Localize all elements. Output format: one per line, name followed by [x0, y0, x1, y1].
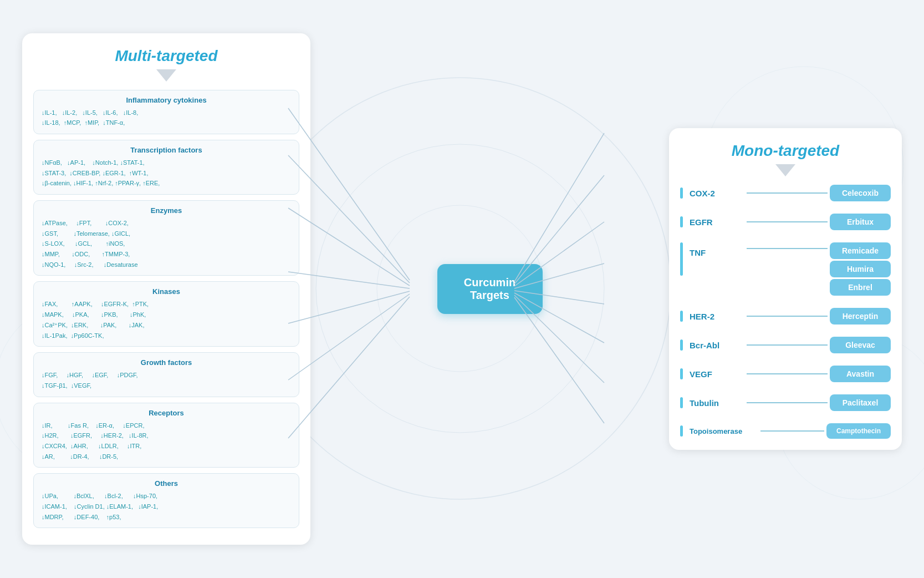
mono-row-cox2: COX-2 Celecoxib: [680, 185, 891, 201]
category-title-inflammatory: Inflammatory cytokines: [42, 96, 291, 104]
connector-tnf: [747, 248, 828, 249]
mono-panel-title: Mono-targeted: [680, 142, 891, 176]
category-content-transcription: ↓NFαB, ↓AP-1, ↓Notch-1, ↓STAT-1, ↓STAT-3…: [42, 158, 291, 189]
drug-tnf-remicade: Remicade: [830, 242, 891, 259]
category-title-kinases: Kinases: [42, 287, 291, 296]
mono-bar-her2: [680, 311, 683, 322]
connector-egfr: [747, 221, 828, 222]
mono-bar-egfr: [680, 216, 683, 227]
mono-row-tubulin: Tubulin Paclitaxel: [680, 394, 891, 411]
category-enzymes: Enzymes ↓ATPase, ↓FPT, ↓COX-2, ↓GST, ↓Te…: [33, 200, 299, 276]
mono-bar-cox2: [680, 187, 683, 199]
connector-topoisomerase: [760, 430, 824, 432]
mono-row-tnf: TNF Remicade Humira Enbrel: [680, 242, 891, 296]
categories-list: Inflammatory cytokines ↓IL-1, ↓IL-2, ↓IL…: [33, 90, 299, 529]
category-title-growth: Growth factors: [42, 358, 291, 367]
connector-her2: [747, 316, 828, 317]
mono-panel: Mono-targeted COX-2 Celecoxib EGFR Erbit…: [669, 128, 902, 450]
target-name-her2: HER-2: [686, 312, 744, 321]
mono-row-topoisomerase: Topoisomerase Camptothecin: [680, 423, 891, 439]
drug-topoisomerase: Camptothecin: [826, 423, 891, 439]
multi-panel-title: Multi-targeted: [33, 47, 299, 82]
multi-panel: Multi-targeted Inflammatory cytokines ↓I…: [22, 33, 310, 545]
category-title-enzymes: Enzymes: [42, 206, 291, 215]
target-name-topoisomerase: Topoisomerase: [686, 427, 758, 435]
mono-row-her2: HER-2 Herceptin: [680, 308, 891, 325]
drug-tnf-humira: Humira: [830, 261, 891, 277]
mono-row-bcrabl: Bcr-Abl Gleevac: [680, 337, 891, 353]
category-content-receptors: ↓IR, ↓Fas R, ↓ER-α, ↓EPCR, ↓H2R, ↓EGFR, …: [42, 420, 291, 462]
target-name-vegf: VEGF: [686, 369, 744, 379]
category-transcription: Transcription factors ↓NFαB, ↓AP-1, ↓Not…: [33, 140, 299, 195]
drug-vegf: Avastin: [830, 366, 891, 382]
connector-cox2: [747, 192, 828, 194]
mono-bar-vegf: [680, 368, 683, 379]
category-others: Others ↓UPa, ↓BclXL, ↓Bcl-2, ↓Hsp-70, ↓I…: [33, 473, 299, 528]
drug-her2: Herceptin: [830, 308, 891, 325]
category-growth: Growth factors ↓FGF, ↓HGF, ↓EGF, ↓PDGF, …: [33, 352, 299, 397]
category-title-transcription: Transcription factors: [42, 146, 291, 154]
drug-bcrabl: Gleevac: [830, 337, 891, 353]
mono-bar-topoisomerase: [680, 425, 683, 437]
mono-row-egfr: EGFR Erbitux: [680, 214, 891, 230]
category-content-enzymes: ↓ATPase, ↓FPT, ↓COX-2, ↓GST, ↓Telomerase…: [42, 218, 291, 270]
connector-bcrabl: [747, 344, 828, 346]
category-title-others: Others: [42, 479, 291, 488]
center-label: Curcumin Targets: [464, 276, 515, 301]
category-content-inflammatory: ↓IL-1, ↓IL-2, ↓IL-5, ↓IL-6, ↓IL-8, ↓IL-1…: [42, 108, 291, 128]
mono-bar-tnf: [680, 242, 683, 276]
connector-tubulin: [747, 402, 828, 403]
target-name-tubulin: Tubulin: [686, 398, 744, 408]
category-title-receptors: Receptors: [42, 409, 291, 417]
category-receptors: Receptors ↓IR, ↓Fas R, ↓ER-α, ↓EPCR, ↓H2…: [33, 403, 299, 468]
category-content-growth: ↓FGF, ↓HGF, ↓EGF, ↓PDGF, ↓TGF-β1, ↓VEGF,: [42, 370, 291, 391]
mono-row-vegf: VEGF Avastin: [680, 366, 891, 382]
target-name-cox2: COX-2: [686, 189, 744, 198]
drug-cox2: Celecoxib: [830, 185, 891, 201]
mono-bar-tubulin: [680, 397, 683, 408]
center-box: Curcumin Targets: [437, 264, 543, 314]
drug-tnf-enbrel: Enbrel: [830, 279, 891, 296]
target-name-bcrabl: Bcr-Abl: [686, 341, 744, 350]
category-inflammatory: Inflammatory cytokines ↓IL-1, ↓IL-2, ↓IL…: [33, 90, 299, 134]
mono-bar-bcrabl: [680, 339, 683, 351]
category-kinases: Kinases ↓FAX, ↑AAPK, ↓EGFR-K, ↑PTK, ↓MAP…: [33, 281, 299, 347]
connector-vegf: [747, 373, 828, 374]
target-name-egfr: EGFR: [686, 217, 744, 227]
drug-egfr: Erbitux: [830, 214, 891, 230]
drug-stack-tnf: Remicade Humira Enbrel: [830, 242, 891, 296]
target-name-tnf: TNF: [686, 242, 744, 257]
category-content-kinases: ↓FAX, ↑AAPK, ↓EGFR-K, ↑PTK, ↓MAPK, ↓PKA,…: [42, 299, 291, 341]
main-container: Multi-targeted Inflammatory cytokines ↓I…: [0, 0, 924, 578]
category-content-others: ↓UPa, ↓BclXL, ↓Bcl-2, ↓Hsp-70, ↓ICAM-1, …: [42, 491, 291, 522]
drug-tubulin: Paclitaxel: [830, 394, 891, 411]
